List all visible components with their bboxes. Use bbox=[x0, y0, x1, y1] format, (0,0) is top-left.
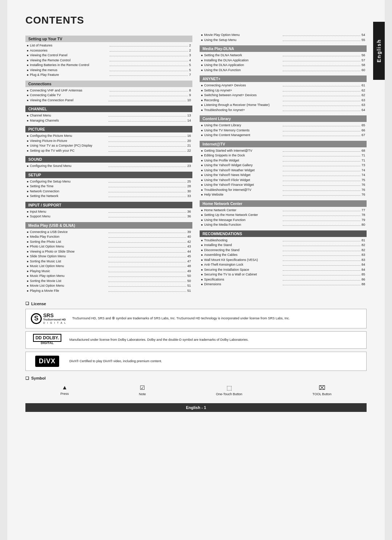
toc-list: Input Menu36Support Menu36 bbox=[25, 209, 192, 219]
toc-page: 86 bbox=[362, 277, 365, 282]
toc-item-text: Photo List Option Menu bbox=[30, 244, 107, 249]
toc-dots bbox=[110, 71, 188, 71]
toc-dots bbox=[283, 136, 360, 136]
toc-dots bbox=[283, 225, 360, 226]
toc-item: Managing Channels14 bbox=[25, 118, 192, 123]
toc-item-text: Installing Batteries in the Remote Contr… bbox=[30, 63, 108, 68]
toc-dots bbox=[109, 291, 186, 292]
toc-dots bbox=[110, 91, 188, 91]
license-header: License bbox=[25, 301, 367, 306]
toc-list: Using the Content Library65Using the TV … bbox=[200, 123, 367, 138]
toc-dots bbox=[109, 187, 186, 187]
toc-page: 58 bbox=[362, 63, 365, 68]
license-logo: DiVX bbox=[31, 356, 64, 367]
license-box: DiVXDivX® Certified to play DivX® video,… bbox=[25, 352, 367, 371]
toc-dots bbox=[283, 66, 360, 66]
symbol-row: ▲Press☑Note⬚One-Touch Button⌧TOOL Button bbox=[25, 384, 367, 396]
page-title: CONTENTS bbox=[25, 15, 367, 26]
toc-item: Wall Mount Kit Specifications (VESA)83 bbox=[200, 258, 367, 263]
toc-page: 82 bbox=[362, 243, 365, 248]
toc-dots bbox=[283, 91, 360, 91]
toc-dots bbox=[109, 272, 186, 272]
toc-item-text: Troubleshooting for Anynet+ bbox=[204, 108, 282, 113]
toc-page: 60 bbox=[362, 68, 365, 73]
toc-item: Using the Yahoo® Flickr Widget75 bbox=[200, 178, 367, 183]
toc-item-text: Sorting the Movie List bbox=[30, 279, 107, 284]
toc-dots bbox=[283, 96, 360, 96]
toc-item-text: Setting Up the Home Network Center bbox=[204, 213, 282, 218]
toc-item-text: Network Connection bbox=[30, 189, 107, 194]
toc-dots bbox=[110, 56, 188, 56]
toc-dots bbox=[110, 61, 188, 61]
toc-dots bbox=[109, 101, 186, 101]
toc-item-text: Music List Option Menu bbox=[30, 264, 107, 269]
toc-dots bbox=[283, 161, 360, 161]
toc-dots bbox=[283, 270, 360, 271]
toc-dots bbox=[109, 252, 186, 253]
toc-item: Listening through a Receiver (Home Theat… bbox=[200, 103, 367, 108]
toc-page: 45 bbox=[187, 254, 191, 259]
toc-item: Plug & Play Feature7 bbox=[25, 73, 192, 78]
toc-dots bbox=[283, 265, 360, 266]
toc-item-text: Connecting a USB Device bbox=[30, 230, 107, 235]
toc-page: 40 bbox=[187, 234, 191, 240]
toc-dots bbox=[283, 251, 360, 251]
toc-item-text: Sorting the Music List bbox=[30, 259, 107, 264]
symbol-item: ⌧TOOL Button bbox=[313, 384, 332, 396]
toc-item-text: Viewing Picture-in-Picture bbox=[30, 139, 107, 144]
toc-dots bbox=[109, 192, 186, 192]
toc-item: Music Play option Menu50 bbox=[25, 274, 192, 279]
toc-item: Movie List Option Menu51 bbox=[25, 283, 192, 289]
toc-dots bbox=[283, 101, 360, 101]
toc-page: 43 bbox=[187, 244, 191, 249]
license-section: License S SRS TruSurround HD D I G I T A… bbox=[25, 301, 367, 371]
symbol-header: Symbol bbox=[25, 376, 367, 381]
toc-item-text: Installing the Stand bbox=[204, 243, 282, 248]
toc-dots bbox=[109, 242, 186, 243]
toc-list: Configuring the Sound Menu23 bbox=[25, 164, 192, 169]
toc-item-text: Using the Yahoo® Weather Widget bbox=[204, 168, 282, 173]
toc-page: 44 bbox=[187, 249, 191, 254]
toc-item-text: Recording bbox=[204, 98, 282, 103]
toc-dots bbox=[110, 46, 188, 46]
section-header: Content Library bbox=[200, 115, 367, 122]
section-header: SETUP bbox=[25, 172, 192, 178]
toc-item-text: Specifications bbox=[204, 277, 282, 282]
toc-item: Using the DLNA Application58 bbox=[200, 63, 367, 68]
toc-item-text: Configuring the Setup Menu bbox=[30, 179, 107, 184]
toc-dots bbox=[283, 171, 360, 171]
toc-item: Setting the DLNA Network56 bbox=[200, 53, 367, 58]
toc-item: Viewing the Control Panel3 bbox=[25, 53, 192, 58]
section-header: Connections bbox=[25, 81, 192, 87]
symbol-label: TOOL Button bbox=[313, 392, 332, 396]
toc-item-text: Viewing the Remote Control bbox=[30, 58, 108, 63]
toc-item: Troubleshooting for Anynet+64 bbox=[200, 108, 367, 113]
toc-item: Using the Message Function79 bbox=[200, 218, 367, 223]
toc-item-text: Configuring the Sound Menu bbox=[30, 164, 107, 169]
toc-item: Configuring the Picture Menu16 bbox=[25, 134, 192, 139]
toc-dots bbox=[283, 176, 360, 176]
section-header: INPUT / SUPPORT bbox=[25, 202, 192, 208]
symbol-icon: ⬚ bbox=[216, 384, 242, 391]
toc-list: List of Features2Accessories2Viewing the… bbox=[25, 43, 192, 78]
toc-page: 3 bbox=[189, 53, 191, 58]
toc-item: Music List Option Menu48 bbox=[25, 264, 192, 269]
toc-item: Sorting the Music List47 bbox=[25, 259, 192, 264]
toc-item-text: Using the DLNA Function bbox=[204, 68, 282, 73]
toc-item: Using the Content Library65 bbox=[200, 123, 367, 128]
toc-item-text: Media Play Function bbox=[30, 234, 107, 240]
toc-item: Media Play Function40 bbox=[25, 234, 192, 240]
toc-item-text: Movie List Option Menu bbox=[30, 283, 107, 289]
toc-page: 76 bbox=[362, 192, 365, 197]
toc-page: 85 bbox=[362, 272, 365, 277]
toc-dots bbox=[109, 121, 186, 122]
toc-dots bbox=[283, 285, 360, 285]
toc-item-text: Slide Show Option Menu bbox=[30, 254, 107, 259]
toc-item: Using the Yahoo® Weather Widget74 bbox=[200, 168, 367, 173]
toc-item-text: Editing Snippets in the Dock bbox=[204, 153, 282, 158]
symbol-icon: ⌧ bbox=[313, 384, 332, 391]
toc-page: 74 bbox=[362, 168, 365, 173]
toc-dots bbox=[283, 185, 360, 186]
toc-page: 68 bbox=[362, 148, 365, 154]
toc-dots bbox=[283, 191, 360, 191]
